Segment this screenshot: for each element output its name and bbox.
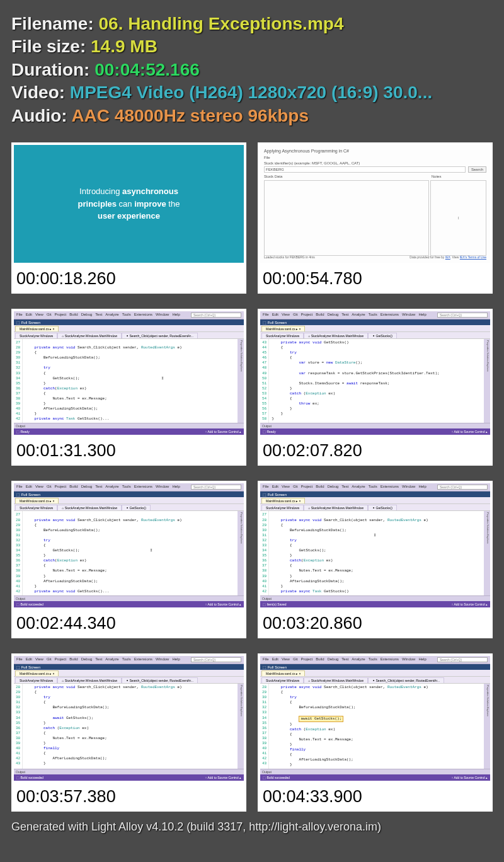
document-tabs: MainWindow.xaml.cs ▸ ×: [260, 325, 490, 332]
window-title: Applying Asynchronous Programming in C#: [264, 149, 486, 153]
timestamp: 00:03:20.860: [258, 610, 493, 638]
status-bar: ⬚ Item(s) Saved↑ Add to Source Control ▴: [260, 601, 490, 607]
fullscreen-bar: ⬚ Full Screen: [260, 664, 490, 670]
document-tabs: MainWindow.xaml.cs ▸ ×: [260, 670, 490, 677]
search-box: Search (Ctrl+Q): [191, 313, 241, 318]
code-editor: private async void Search_Click(object s…: [23, 684, 238, 769]
timestamp: 00:02:44.340: [11, 610, 246, 638]
output-panel: Output: [260, 423, 490, 428]
side-panel: Properties Solution Explorer: [238, 511, 244, 595]
tab-active: MainWindow.xaml.cs ▸ ×: [261, 498, 305, 503]
code-editor: private async void Search_Click(object s…: [23, 339, 238, 423]
generator-footer: Generated with Light Alloy v4.10.2 (buil…: [11, 820, 493, 834]
timestamp: 00:00:54.780: [258, 265, 493, 294]
code-editor: private async void Search_Click(object s…: [269, 511, 484, 595]
stock-data-area: [264, 180, 429, 256]
thumbnail-grid: Introducing asynchronous principles can …: [11, 142, 493, 812]
file-menu: File: [264, 156, 486, 159]
vs-editor: FileEditViewGitProjectBuildDebugTestAnal…: [11, 653, 246, 784]
search-box: Search (Ctrl+Q): [191, 485, 241, 490]
document-tabs: MainWindow.xaml.cs ▸ ×: [14, 325, 244, 332]
thumbnail-1: Introducing asynchronous principles can …: [11, 142, 246, 294]
search-box: Search (Ctrl+Q): [437, 313, 488, 318]
attribution: Data provided for free by IEX. View IEX'…: [410, 255, 486, 259]
fullscreen-bar: ⬚ Full Screen: [260, 491, 490, 497]
line-numbers: 27282930313233343536373839404142: [260, 511, 269, 595]
stock-input: FEKBERG: [264, 166, 466, 173]
vs-editor: FileEditViewGitProjectBuildDebugTestAnal…: [258, 653, 493, 784]
col-stock-data: Stock Data: [264, 175, 429, 178]
nav-bar: StockAnalyzer.Windows⌂ StockAnalyzer.Win…: [14, 332, 244, 339]
nav-bar: StockAnalyzer.Windows⌂ StockAnalyzer.Win…: [14, 677, 244, 684]
app-window: Applying Asynchronous Programming in C# …: [258, 142, 493, 265]
file-info-block: Filename: 06. Handling Exceptions.mp4 Fi…: [11, 13, 493, 127]
status-text: Loaded stocks for FEKBERG in 4ms: [264, 255, 315, 259]
tab-active: MainWindow.xaml.cs ▸ ×: [15, 326, 59, 331]
code-editor: private async void GetStocks() { try { v…: [269, 339, 484, 423]
info-filename: Filename: 06. Handling Exceptions.mp4: [11, 13, 493, 35]
info-video: Video: MPEG4 Video (H264) 1280x720 (16:9…: [11, 81, 493, 104]
input-label: Stock identifier(s) (example: MSFT, GOOG…: [264, 161, 486, 165]
tab-active: MainWindow.xaml.cs ▸ ×: [15, 670, 59, 676]
output-panel: Output: [260, 595, 490, 601]
search-button: Search: [468, 166, 486, 173]
info-audio: Audio: AAC 48000Hz stereo 96kbps: [11, 105, 493, 127]
line-numbers: 27282930313233343536373839404142: [14, 339, 23, 423]
info-filesize: File size: 14.9 MB: [11, 35, 493, 58]
menu-bar: FileEditViewGitProjectBuildDebugTestAnal…: [14, 656, 244, 664]
timestamp: 00:03:57.380: [11, 783, 246, 812]
nav-bar: StockAnalyzer.Windows⌂ StockAnalyzer.Win…: [260, 332, 490, 339]
thumbnail-3: FileEditViewGitProjectBuildDebugTestAnal…: [11, 309, 246, 466]
thumbnail-5: FileEditViewGitProjectBuildDebugTestAnal…: [11, 481, 246, 638]
search-box: Search (Ctrl+Q): [437, 657, 488, 662]
menu-bar: FileEditViewGitProjectBuildDebugTestAnal…: [14, 483, 244, 491]
nav-bar: StockAnalyzer.Windows⌂ StockAnalyzer.Win…: [14, 504, 244, 511]
line-numbers: 28293031323334353637383940414243: [260, 684, 269, 769]
nav-bar: StockAnalyzer.Windows⌂ StockAnalyzer.Win…: [260, 504, 490, 511]
code-editor: private async void Search_Click(object s…: [23, 511, 238, 595]
line-numbers: 27282930313233343536373839404142: [14, 511, 23, 595]
status-bar: ⬚ Build succeeded↑ Add to Source Control…: [260, 774, 490, 781]
fullscreen-bar: ⬚ Full Screen: [260, 319, 490, 325]
output-panel: Output: [14, 769, 244, 774]
output-panel: Output: [14, 423, 244, 428]
side-panel: Properties Solution Explorer: [238, 684, 244, 769]
output-panel: Output: [260, 769, 490, 774]
output-panel: Output: [14, 595, 244, 601]
menu-bar: FileEditViewGitProjectBuildDebugTestAnal…: [260, 311, 490, 319]
search-box: Search (Ctrl+Q): [191, 657, 241, 662]
side-panel: Properties Solution Explorer: [484, 339, 490, 423]
tab-active: MainWindow.xaml.cs ▸ ×: [15, 498, 59, 503]
line-numbers: 43444546474849505152535455565758: [260, 339, 269, 423]
menu-bar: FileEditViewGitProjectBuildDebugTestAnal…: [14, 311, 244, 319]
document-tabs: MainWindow.xaml.cs ▸ ×: [260, 497, 490, 504]
search-box: Search (Ctrl+Q): [437, 485, 488, 490]
vs-editor: FileEditViewGitProjectBuildDebugTestAnal…: [11, 309, 246, 438]
notes-area: I: [430, 180, 486, 256]
status-bar: ⬚ Ready↑ Add to Source Control ▴: [14, 428, 244, 435]
thumbnail-6: FileEditViewGitProjectBuildDebugTestAnal…: [258, 481, 493, 638]
code-editor: private async void Search_Click(object s…: [269, 684, 484, 769]
nav-bar: StockAnalyzer.Windows⌂ StockAnalyzer.Win…: [260, 677, 490, 684]
menu-bar: FileEditViewGitProjectBuildDebugTestAnal…: [260, 656, 490, 664]
side-panel: Properties Solution Explorer: [238, 339, 244, 423]
fullscreen-bar: ⬚ Full Screen: [14, 319, 244, 325]
thumbnail-8: FileEditViewGitProjectBuildDebugTestAnal…: [258, 653, 493, 812]
info-duration: Duration: 00:04:52.166: [11, 59, 493, 81]
status-bar: ⬚ Build succeeded↑ Add to Source Control…: [14, 601, 244, 607]
col-notes: Notes: [432, 175, 486, 178]
side-panel: Properties Solution Explorer: [484, 511, 490, 595]
document-tabs: MainWindow.xaml.cs ▸ ×: [14, 497, 244, 504]
line-numbers: 28293031323334353637383940414243: [14, 684, 23, 769]
timestamp: 00:02:07.820: [258, 437, 493, 466]
vs-editor: FileEditViewGitProjectBuildDebugTestAnal…: [11, 481, 246, 610]
fullscreen-bar: ⬚ Full Screen: [14, 491, 244, 497]
timestamp: 00:01:31.300: [11, 437, 246, 466]
thumbnail-2: Applying Asynchronous Programming in C# …: [258, 142, 493, 294]
menu-bar: FileEditViewGitProjectBuildDebugTestAnal…: [260, 483, 490, 491]
slide-content: Introducing asynchronous principles can …: [11, 142, 246, 265]
document-tabs: MainWindow.xaml.cs ▸ ×: [14, 670, 244, 677]
thumbnail-7: FileEditViewGitProjectBuildDebugTestAnal…: [11, 653, 246, 812]
vs-editor: FileEditViewGitProjectBuildDebugTestAnal…: [258, 309, 493, 438]
side-panel: Properties Solution Explorer: [484, 684, 490, 769]
